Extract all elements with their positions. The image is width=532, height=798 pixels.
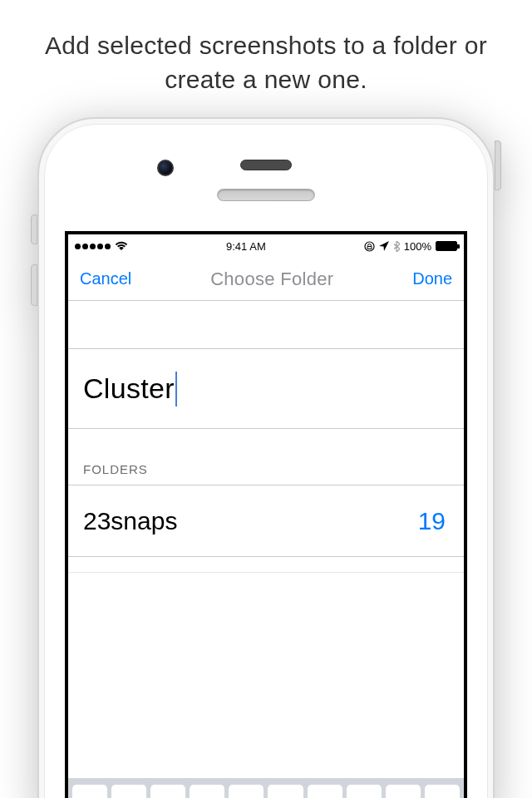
folder-row-name: 23snaps [83, 507, 177, 535]
folder-row[interactable]: 23snaps 19 [68, 485, 464, 557]
folder-row-count: 19 [418, 507, 446, 535]
navigation-bar: Cancel Choose Folder Done [68, 258, 464, 301]
bluetooth-icon [393, 241, 400, 252]
device-frame: 9:41 AM 100% [0, 117, 532, 798]
keyboard[interactable] [68, 778, 464, 798]
folder-name-input[interactable]: Cluster [68, 349, 464, 429]
status-bar: 9:41 AM 100% [68, 234, 464, 258]
text-caret [175, 372, 177, 406]
orientation-lock-icon [364, 241, 375, 252]
nav-title: Choose Folder [210, 268, 333, 290]
cellular-signal-icon [75, 244, 111, 249]
battery-icon [436, 241, 457, 251]
spacer-row [68, 301, 464, 349]
device-screen: 9:41 AM 100% [65, 231, 467, 798]
wifi-icon [115, 241, 128, 251]
done-button[interactable]: Done [412, 269, 452, 288]
sensor-slot-hardware [240, 160, 292, 170]
location-icon [379, 241, 389, 251]
marketing-headline: Add selected screenshots to a folder or … [0, 0, 532, 117]
status-time: 9:41 AM [226, 240, 266, 253]
folders-section-header: FOLDERS [68, 429, 464, 485]
power-button-hardware [495, 140, 501, 190]
volume-button-hardware [31, 264, 37, 306]
cancel-button[interactable]: Cancel [80, 269, 131, 288]
folder-name-input-value: Cluster [83, 372, 175, 405]
battery-percent: 100% [404, 240, 431, 253]
mute-switch-hardware [31, 214, 37, 244]
earpiece-speaker-hardware [217, 189, 315, 201]
